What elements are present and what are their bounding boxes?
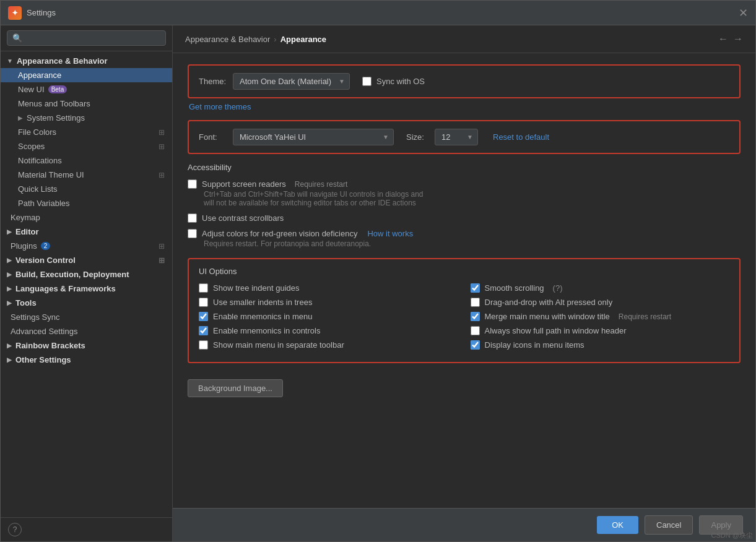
sync-os-checkbox[interactable] [362, 77, 371, 86]
sync-os-label: Sync with OS [376, 77, 425, 86]
sidebar-item-system-settings[interactable]: ▶ System Settings [1, 111, 172, 125]
smooth-scrolling-label: Smooth scrolling [485, 283, 544, 293]
font-size-row: Font: Microsoft YaHei UI ▼ Size: 12 11 [199, 129, 729, 145]
reset-to-default-link[interactable]: Reset to default [493, 132, 549, 142]
display-icons-menu-checkbox[interactable] [471, 340, 480, 350]
sidebar-item-appearance-behavior[interactable]: ▼ Appearance & Behavior [1, 54, 172, 68]
titlebar: ✦ Settings ✕ [1, 1, 755, 25]
ui-options-title: UI Options [199, 267, 729, 276]
contrast-scrollbars-label: Use contrast scrollbars [202, 213, 284, 223]
forward-arrow[interactable]: → [733, 33, 743, 45]
accessibility-section: Accessibility Support screen readers Req… [188, 163, 741, 248]
screen-readers-row: Support screen readers Requires restart … [188, 179, 741, 207]
breadcrumb: Appearance & Behavior › Appearance [185, 35, 326, 44]
ui-options-left: Show tree indent guides Use smaller inde… [199, 283, 458, 355]
back-arrow[interactable]: ← [718, 33, 728, 45]
merge-main-menu-label: Merge main menu with window title [485, 312, 610, 321]
close-button[interactable]: ✕ [739, 7, 748, 19]
show-tree-indent-label: Show tree indent guides [213, 283, 299, 293]
drag-drop-alt-label: Drag-and-drop with Alt pressed only [485, 298, 613, 307]
sidebar-item-new-ui[interactable]: New UI Beta [1, 82, 172, 97]
breadcrumb-parent: Appearance & Behavior [185, 35, 270, 44]
sidebar-item-notifications[interactable]: Notifications [1, 153, 172, 168]
size-select[interactable]: 12 11 13 14 [435, 129, 478, 145]
smooth-scrolling-row: Smooth scrolling (?) [471, 283, 730, 293]
get-more-themes-link[interactable]: Get more themes [189, 102, 251, 111]
sidebar-item-appearance[interactable]: Appearance [1, 68, 172, 82]
chevron-right-icon: ▶ [7, 356, 12, 363]
sidebar-item-menus-toolbars[interactable]: Menus and Toolbars [1, 97, 172, 111]
always-show-full-path-checkbox[interactable] [471, 326, 480, 335]
sidebar-nav: ▼ Appearance & Behavior Appearance New U… [1, 51, 172, 517]
support-screen-readers-checkbox[interactable] [188, 179, 197, 189]
smooth-scrolling-checkbox[interactable] [471, 283, 480, 293]
always-show-full-path-row: Always show full path in window header [471, 326, 730, 335]
main-layout: 🔍 ▼ Appearance & Behavior Appearance New… [1, 25, 755, 541]
adjust-colors-label: Adjust colors for red-green vision defic… [202, 229, 357, 238]
font-select-wrap: Microsoft YaHei UI ▼ [233, 129, 394, 145]
drag-drop-alt-checkbox[interactable] [471, 298, 480, 307]
search-bar: 🔍 [1, 25, 172, 51]
show-main-menu-toolbar-row: Show main menu in separate toolbar [199, 340, 458, 350]
sidebar-item-path-variables[interactable]: Path Variables [1, 196, 172, 210]
chevron-right-icon: ▶ [7, 228, 12, 235]
ok-button[interactable]: OK [597, 516, 638, 534]
watermark: CSDN @块尘 [711, 531, 753, 540]
theme-select[interactable]: Atom One Dark (Material) [233, 73, 350, 90]
chevron-right-icon: ▶ [18, 114, 23, 121]
enable-mnemonics-controls-checkbox[interactable] [199, 326, 208, 335]
search-wrap[interactable]: 🔍 [7, 30, 166, 46]
accessibility-title: Accessibility [188, 163, 741, 172]
enable-mnemonics-menu-checkbox[interactable] [199, 312, 208, 321]
sidebar-item-plugins[interactable]: Plugins 2 ⊞ [1, 239, 172, 253]
ui-options-grid: Show tree indent guides Use smaller inde… [199, 283, 729, 355]
merge-main-menu-checkbox[interactable] [471, 312, 480, 321]
settings-window: ✦ Settings ✕ 🔍 ▼ Appearance & Behavior [0, 0, 756, 542]
help-icon[interactable]: ? [8, 523, 22, 536]
theme-select-wrap: Atom One Dark (Material) ▼ [233, 73, 350, 90]
background-image-button[interactable]: Background Image... [188, 379, 283, 397]
sidebar-item-file-colors[interactable]: File Colors ⊞ [1, 125, 172, 139]
use-smaller-indents-checkbox[interactable] [199, 298, 208, 307]
content-body: Theme: Atom One Dark (Material) ▼ Sync w… [173, 53, 755, 508]
use-smaller-indents-row: Use smaller indents in trees [199, 298, 458, 307]
use-smaller-indents-label: Use smaller indents in trees [213, 298, 312, 307]
show-main-menu-toolbar-checkbox[interactable] [199, 340, 208, 350]
sidebar-item-keymap[interactable]: Keymap [1, 210, 172, 225]
sidebar-bottom: ? [1, 517, 172, 541]
sidebar-item-quick-lists[interactable]: Quick Lists [1, 182, 172, 196]
chevron-right-icon: ▶ [7, 285, 12, 292]
font-select[interactable]: Microsoft YaHei UI [233, 129, 394, 145]
enable-mnemonics-controls-label: Enable mnemonics in controls [213, 326, 320, 335]
sidebar-item-tools[interactable]: ▶ Tools [1, 296, 172, 310]
sidebar-item-editor[interactable]: ▶ Editor [1, 225, 172, 239]
adjust-colors-checkbox[interactable] [188, 229, 197, 238]
search-input[interactable] [26, 33, 160, 43]
sidebar-item-scopes[interactable]: Scopes ⊞ [1, 139, 172, 153]
settings-icon: ⊞ [159, 171, 165, 179]
settings-icon: ⊞ [159, 128, 165, 137]
sidebar-item-other-settings[interactable]: ▶ Other Settings [1, 353, 172, 367]
display-icons-menu-row: Display icons in menu items [471, 340, 730, 350]
sidebar-item-advanced-settings[interactable]: Advanced Settings [1, 324, 172, 338]
breadcrumb-current: Appearance [280, 35, 326, 44]
sidebar-item-rainbow-brackets[interactable]: ▶ Rainbow Brackets [1, 338, 172, 353]
show-main-menu-toolbar-label: Show main menu in separate toolbar [213, 340, 344, 350]
sidebar-item-material-theme-ui[interactable]: Material Theme UI ⊞ [1, 168, 172, 182]
sidebar-item-build-execution[interactable]: ▶ Build, Execution, Deployment [1, 267, 172, 282]
how-it-works-link[interactable]: How it works [367, 229, 413, 238]
enable-mnemonics-menu-row: Enable mnemonics in menu [199, 312, 458, 321]
chevron-right-icon: ▶ [7, 271, 12, 278]
cancel-button[interactable]: Cancel [645, 515, 693, 535]
sidebar-item-version-control[interactable]: ▶ Version Control ⊞ [1, 253, 172, 267]
always-show-full-path-label: Always show full path in window header [485, 326, 627, 335]
nav-arrows: ← → [718, 33, 743, 45]
sidebar-item-languages-frameworks[interactable]: ▶ Languages & Frameworks [1, 282, 172, 296]
theme-block: Theme: Atom One Dark (Material) ▼ Sync w… [188, 64, 741, 98]
settings-icon: ⊞ [159, 142, 165, 151]
screen-readers-label: Support screen readers [202, 179, 286, 189]
show-tree-indent-checkbox[interactable] [199, 283, 208, 293]
contrast-scrollbars-checkbox[interactable] [188, 213, 197, 223]
sidebar-item-settings-sync[interactable]: Settings Sync [1, 310, 172, 324]
contrast-scrollbars-row: Use contrast scrollbars [188, 213, 741, 223]
